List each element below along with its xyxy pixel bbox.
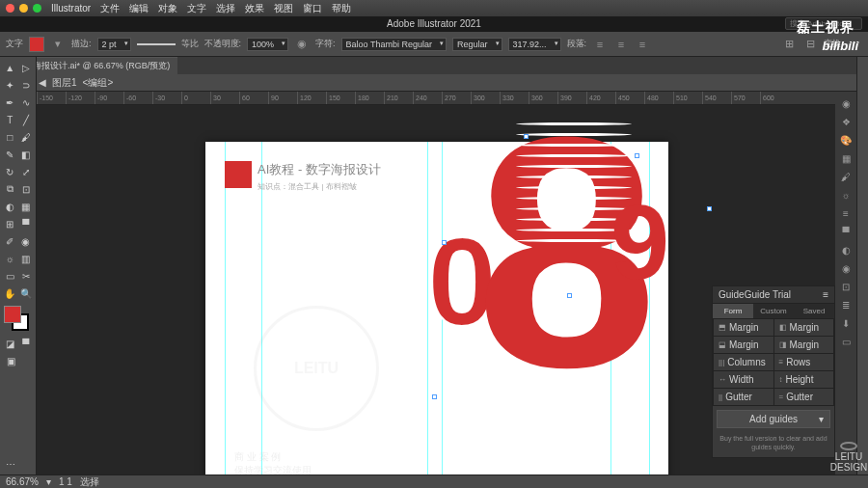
align-center-icon[interactable]: ≡ (613, 37, 629, 52)
lasso-tool[interactable]: ⊃ (18, 76, 35, 94)
shaper-tool[interactable]: ✎ (2, 146, 18, 163)
eraser-tool[interactable]: ◧ (18, 146, 35, 163)
selection-handle[interactable] (635, 153, 639, 158)
layer-crumb[interactable]: 图层1 (52, 76, 77, 90)
direct-select-tool[interactable]: ▷ (18, 59, 35, 76)
layers-panel-icon[interactable]: ≣ (838, 297, 854, 312)
swatches-panel-icon[interactable]: ▦ (838, 150, 854, 166)
gg-rows[interactable]: ≡ Rows (774, 354, 834, 370)
distribute-icon[interactable]: ⊟ (802, 37, 818, 52)
styles-icon[interactable]: ◉ (294, 37, 310, 52)
horizontal-ruler[interactable]: -150-120-90-60-3003060901201501802102402… (37, 92, 856, 105)
font-weight[interactable]: Regular (452, 38, 502, 51)
opacity-field[interactable]: 100% (247, 38, 288, 51)
selection-handle[interactable] (432, 394, 437, 399)
gg-width[interactable]: ↔ Width (714, 371, 773, 388)
menu-help[interactable]: 帮助 (332, 2, 351, 15)
no-fill-icon[interactable]: ▾ (50, 37, 66, 52)
menu-object[interactable]: 对象 (158, 2, 177, 15)
panel-collapse-bar[interactable] (856, 57, 868, 474)
selection-tool[interactable]: ▲ (2, 59, 18, 76)
fill-stroke-swatches[interactable] (4, 306, 29, 331)
menu-edit[interactable]: 编辑 (129, 2, 149, 15)
pen-tool[interactable]: ✒ (2, 94, 18, 111)
stroke-preview[interactable] (137, 43, 176, 45)
gg-margin-right[interactable]: ◨ Margin (774, 337, 834, 353)
group-crumb[interactable]: <编组> (83, 76, 114, 90)
screen-mode-icon[interactable]: ▣ (2, 352, 19, 369)
hand-tool[interactable]: ✋ (2, 285, 18, 302)
artboard-nav[interactable]: 1 1 (59, 476, 72, 487)
gg-tab-saved[interactable]: Saved (794, 304, 834, 318)
gg-margin-top[interactable]: ⬒ Margin (714, 319, 773, 336)
align-objects-icon[interactable]: ⊞ (781, 37, 797, 52)
gg-columns[interactable]: ||| Columns (714, 354, 773, 370)
traffic-lights[interactable] (6, 4, 41, 13)
gradient-mode-icon[interactable]: ▀ (18, 335, 35, 352)
brushes-panel-icon[interactable]: 🖌 (838, 169, 854, 184)
menu-select[interactable]: 选择 (216, 2, 235, 15)
properties-panel-icon[interactable]: ◉ (838, 95, 854, 111)
zoom-level[interactable]: 66.67% (6, 476, 39, 487)
artboards-panel-icon[interactable]: ▭ (838, 334, 854, 349)
panel-menu-icon[interactable]: ≡ (823, 289, 828, 300)
free-transform-tool[interactable]: ⊡ (18, 180, 35, 198)
appearance-panel-icon[interactable]: ◉ (838, 260, 854, 276)
symbol-tool[interactable]: ☼ (2, 250, 18, 267)
transparency-panel-icon[interactable]: ◐ (838, 242, 854, 258)
rotate-tool[interactable]: ↻ (2, 163, 18, 180)
menu-window[interactable]: 窗口 (303, 2, 322, 15)
gg-margin-left[interactable]: ◧ Margin (774, 319, 834, 336)
selection-handle[interactable] (567, 293, 572, 298)
gradient-tool[interactable]: ▀ (18, 215, 35, 232)
back-arrow-icon[interactable]: ◀ (39, 77, 46, 88)
add-guides-button[interactable]: Add guides ▾ (717, 410, 830, 428)
align-left-icon[interactable]: ≡ (592, 37, 608, 52)
zoom-tool[interactable]: 🔍 (18, 285, 35, 302)
menu-view[interactable]: 视图 (274, 2, 293, 15)
symbols-panel-icon[interactable]: ☼ (838, 187, 854, 203)
libraries-panel-icon[interactable]: ❖ (838, 114, 854, 129)
graphic-styles-icon[interactable]: ⊡ (838, 279, 854, 294)
color-panel-icon[interactable]: 🎨 (838, 132, 854, 148)
selection-handle[interactable] (707, 206, 712, 211)
brush-tool[interactable]: 🖌 (18, 128, 35, 146)
magic-wand-tool[interactable]: ✦ (2, 76, 18, 94)
stroke-panel-icon[interactable]: ≡ (838, 205, 854, 221)
scale-tool[interactable]: ⤢ (18, 163, 35, 180)
guideguide-header[interactable]: GuideGuide Trial≡ (713, 286, 834, 304)
stroke-weight[interactable]: 2 pt (97, 38, 131, 51)
graph-tool[interactable]: ▥ (18, 250, 35, 267)
gg-tab-custom[interactable]: Custom (753, 304, 794, 318)
fill-swatch[interactable] (29, 37, 44, 52)
shape-builder-tool[interactable]: ◐ (2, 198, 18, 215)
rectangle-tool[interactable]: □ (2, 128, 18, 146)
asset-export-icon[interactable]: ⬇ (838, 315, 854, 331)
color-mode-icon[interactable]: ◪ (2, 335, 18, 352)
font-family[interactable]: Baloo Thambi Regular (341, 38, 447, 51)
gg-gutter-v[interactable]: = Gutter (774, 389, 834, 405)
selection-handle[interactable] (442, 240, 447, 245)
width-tool[interactable]: ⧉ (2, 180, 18, 198)
artboard-tool[interactable]: ▭ (2, 267, 18, 285)
gradient-panel-icon[interactable]: ▀ (838, 224, 854, 239)
gg-tab-form[interactable]: Form (713, 304, 753, 318)
blend-tool[interactable]: ◉ (18, 232, 35, 250)
gg-height[interactable]: ↕ Height (774, 371, 834, 388)
menu-type[interactable]: 文字 (187, 2, 206, 15)
eyedropper-tool[interactable]: ✐ (2, 232, 18, 250)
selection-handle[interactable] (524, 134, 529, 139)
type-tool[interactable]: T (2, 111, 18, 128)
mesh-tool[interactable]: ⊞ (2, 215, 18, 232)
perspective-tool[interactable]: ▦ (18, 198, 35, 215)
menu-illustrator[interactable]: Illustrator (51, 3, 91, 14)
align-right-icon[interactable]: ≡ (635, 37, 650, 52)
slice-tool[interactable]: ✂ (18, 267, 35, 285)
gg-gutter-h[interactable]: || Gutter (714, 389, 773, 405)
menu-file[interactable]: 文件 (100, 2, 120, 15)
gg-margin-bottom[interactable]: ⬓ Margin (714, 337, 773, 353)
line-tool[interactable]: ╱ (18, 111, 35, 128)
font-size[interactable]: 317.92... (508, 38, 561, 51)
curvature-tool[interactable]: ∿ (18, 94, 35, 111)
edit-toolbar-icon[interactable]: ⋯ (2, 455, 19, 473)
